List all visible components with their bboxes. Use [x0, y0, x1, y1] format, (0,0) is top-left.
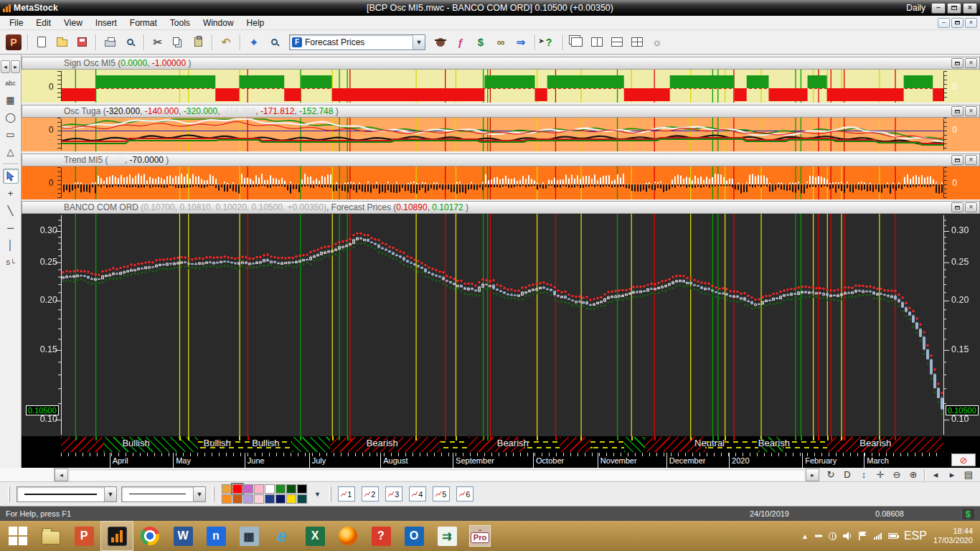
mdi-close-button[interactable]: × [965, 18, 977, 28]
toolbar-grip[interactable] [329, 486, 331, 502]
language-indicator[interactable]: ESP [904, 529, 927, 542]
osc-tuga-title-bar[interactable]: Osc Tuga (-320.000, -140.000, -320.000, … [22, 105, 980, 118]
close-panel-button[interactable]: × [965, 202, 977, 212]
metastock-pro-icon[interactable]: ▪▪Pro [463, 521, 496, 551]
grid-tool[interactable]: ▦ [3, 93, 19, 108]
tile-grid-icon[interactable] [628, 33, 646, 52]
crosshair-pointer-icon[interactable]: ⌖ [245, 33, 263, 52]
close-panel-button[interactable]: × [965, 155, 977, 165]
text-tool[interactable]: abc [3, 75, 19, 90]
trendline-tool[interactable]: ╲ [3, 203, 19, 218]
horizontal-line-tool[interactable]: ─ [3, 220, 19, 235]
sign-osc-title-bar[interactable]: Sign Osc MI5 (0.0000, -1.00000 ) × [22, 57, 980, 70]
metastock-taskbar-icon[interactable] [100, 521, 133, 551]
line-style-combo[interactable]: ▼ [121, 486, 206, 502]
paste-icon[interactable] [189, 33, 207, 52]
color-swatch[interactable] [232, 484, 242, 494]
zoom-in-button[interactable]: ⊕ [906, 468, 920, 481]
menu-format[interactable]: Format [123, 17, 164, 29]
chart-options-icon[interactable]: ☼ [648, 33, 666, 52]
close-panel-button[interactable]: × [965, 106, 977, 116]
clock[interactable]: 18:44 17/03/2020 [933, 527, 973, 545]
trend-title-bar[interactable]: Trend MI5 (0.00, -70.0000 ) × [22, 154, 980, 166]
stop-line-tool[interactable]: S└ [3, 255, 19, 270]
firefox-icon[interactable] [331, 521, 364, 551]
next-chart-button[interactable]: ▸ [945, 468, 959, 481]
color-swatch[interactable] [265, 484, 275, 494]
layout-button-4[interactable]: 4 [409, 486, 426, 501]
color-swatch[interactable] [243, 484, 253, 494]
powerpoint-icon[interactable]: P [67, 521, 100, 551]
color-swatch[interactable] [222, 484, 232, 494]
color-swatch[interactable] [222, 494, 232, 504]
indicator-builder-icon[interactable]: ƒ [451, 33, 470, 52]
minimize-button[interactable]: – [931, 3, 946, 14]
layout-button-3[interactable]: 3 [385, 486, 402, 501]
signal-strength-icon[interactable] [874, 533, 882, 540]
copy-icon[interactable] [169, 33, 187, 52]
explorer-binoculars-icon[interactable]: ∞ [491, 33, 510, 52]
help-pointer-icon[interactable]: ? [540, 33, 558, 52]
combo-dropdown-arrow[interactable]: ▼ [193, 487, 205, 501]
outlook-icon[interactable]: O [397, 521, 430, 551]
no-smoking-icon[interactable]: ⊘ [951, 453, 976, 466]
calculator-icon[interactable]: ▦ [232, 521, 265, 551]
trend-chart[interactable]: 0 0 [22, 166, 980, 199]
print-preview-icon[interactable] [121, 33, 139, 52]
flag-icon[interactable] [859, 532, 867, 540]
restore-button[interactable] [947, 3, 961, 14]
color-swatch[interactable] [254, 494, 264, 504]
scroll-right-icon[interactable]: ▸ [11, 60, 20, 73]
color-swatch[interactable] [297, 494, 307, 504]
color-swatch[interactable] [297, 484, 307, 494]
layout-button-6[interactable]: 6 [456, 486, 473, 501]
color-swatch[interactable] [232, 494, 242, 504]
periodicity-daily-button[interactable]: D [840, 468, 854, 481]
menu-window[interactable]: Window [197, 17, 240, 29]
toolbar-grip[interactable] [212, 486, 215, 502]
pointer-tool[interactable] [3, 169, 19, 184]
metastock-app-icon[interactable]: P [4, 33, 23, 52]
menu-insert[interactable]: Insert [89, 17, 123, 29]
project-icon[interactable]: ⇉ [430, 521, 463, 551]
print-icon[interactable] [100, 33, 119, 52]
chart-list-button[interactable]: ▤ [961, 468, 976, 481]
previous-chart-button[interactable]: ◂ [928, 468, 943, 481]
toolbar-grip[interactable] [8, 486, 10, 502]
word-icon[interactable]: W [166, 521, 199, 551]
color-swatch[interactable] [286, 484, 296, 494]
excel-icon[interactable]: X [298, 521, 331, 551]
restore-panel-button[interactable] [951, 202, 963, 212]
menu-tools[interactable]: Tools [164, 17, 197, 29]
close-button[interactable]: × [963, 3, 977, 14]
battery-icon[interactable] [888, 533, 897, 539]
color-swatch[interactable] [275, 494, 286, 504]
internet-explorer-icon[interactable]: e [265, 521, 298, 551]
price-title-bar[interactable]: BANCO COM ORD (0.10700, 0.10810, 0.10020… [22, 201, 980, 214]
tile-vertical-icon[interactable] [588, 33, 606, 52]
color-swatch[interactable] [243, 494, 253, 504]
expert-advisor-icon[interactable] [431, 33, 450, 52]
vertical-line-tool[interactable]: │ [3, 237, 19, 253]
palette-dropdown-arrow[interactable]: ▼ [312, 491, 323, 498]
tile-horizontal-icon[interactable] [608, 33, 626, 52]
menu-help[interactable]: Help [240, 17, 271, 29]
volume-icon[interactable] [843, 532, 852, 540]
layout-button-5[interactable]: 5 [433, 486, 450, 501]
network-icon[interactable] [829, 532, 837, 540]
help-app-icon[interactable]: ? [364, 521, 397, 551]
system-tester-icon[interactable]: $ [471, 33, 490, 52]
zoom-out-button[interactable]: ⊖ [890, 468, 904, 481]
layout-button-2[interactable]: 2 [362, 486, 379, 501]
zoom-icon[interactable] [265, 33, 283, 52]
ellipse-tool[interactable]: ◯ [3, 110, 19, 125]
save-icon[interactable] [72, 33, 91, 52]
scrollbar-track[interactable] [69, 469, 805, 481]
downloader-arrow-icon[interactable]: ⇒ [512, 33, 530, 52]
pan-button[interactable]: ✛ [873, 468, 887, 481]
vertical-scale-button[interactable]: ↕ [857, 468, 871, 481]
combo-dropdown-arrow[interactable]: ▼ [413, 35, 425, 50]
menu-file[interactable]: File [3, 17, 29, 29]
rectangle-tool[interactable]: ▭ [3, 127, 19, 142]
crosshair-tool[interactable]: + [3, 186, 19, 201]
